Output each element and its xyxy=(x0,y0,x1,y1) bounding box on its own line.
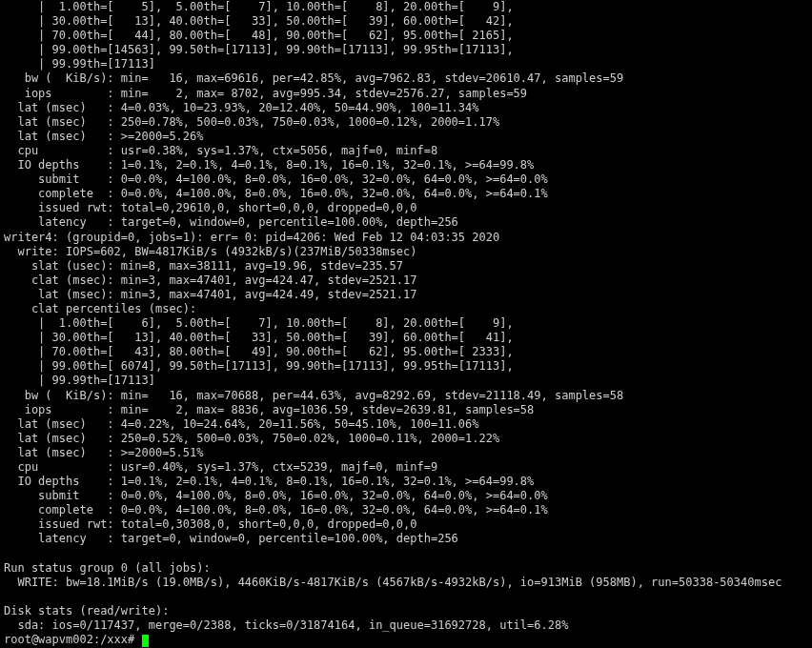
terminal-line: issued rwt: total=0,29610,0, short=0,0,0… xyxy=(4,201,808,215)
terminal-line: Run status group 0 (all jobs): xyxy=(4,561,808,576)
terminal-line: bw ( KiB/s): min= 16, max=70688, per=44.… xyxy=(4,389,808,403)
terminal-line: latency : target=0, window=0, percentile… xyxy=(4,215,808,230)
terminal-line: Disk stats (read/write): xyxy=(4,604,808,618)
terminal-line: IO depths : 1=0.1%, 2=0.1%, 4=0.1%, 8=0.… xyxy=(4,475,808,489)
terminal-line: WRITE: bw=18.1MiB/s (19.0MB/s), 4460KiB/… xyxy=(4,576,808,590)
cursor-icon xyxy=(142,635,149,647)
terminal-line: iops : min= 2, max= 8836, avg=1036.59, s… xyxy=(4,403,808,417)
terminal-line: submit : 0=0.0%, 4=100.0%, 8=0.0%, 16=0.… xyxy=(4,489,808,503)
terminal-line: | 1.00th=[ 5], 5.00th=[ 7], 10.00th=[ 8]… xyxy=(4,0,808,14)
terminal-line: | 99.00th=[ 6074], 99.50th=[17113], 99.9… xyxy=(4,359,808,374)
terminal-line xyxy=(4,590,808,604)
terminal-line: lat (msec) : 250=0.52%, 500=0.03%, 750=0… xyxy=(4,432,808,446)
terminal-line: iops : min= 2, max= 8702, avg=995.34, st… xyxy=(4,87,808,101)
terminal-line: cpu : usr=0.40%, sys=1.37%, ctx=5239, ma… xyxy=(4,460,808,475)
terminal-line: IO depths : 1=0.1%, 2=0.1%, 4=0.1%, 8=0.… xyxy=(4,158,808,172)
terminal-line: | 1.00th=[ 6], 5.00th=[ 7], 10.00th=[ 8]… xyxy=(4,316,808,331)
terminal-line: clat (msec): min=3, max=47401, avg=424.4… xyxy=(4,273,808,288)
terminal-line: | 99.99th=[17113] xyxy=(4,374,808,388)
terminal-prompt: root@wapvm002:/xxx# xyxy=(4,633,142,646)
terminal-line: | 30.00th=[ 13], 40.00th=[ 33], 50.00th=… xyxy=(4,331,808,345)
terminal-line: lat (msec) : 4=0.03%, 10=23.93%, 20=12.4… xyxy=(4,101,808,115)
terminal-line: complete : 0=0.0%, 4=100.0%, 8=0.0%, 16=… xyxy=(4,187,808,201)
terminal-line: write: IOPS=602, BW=4817KiB/s (4932kB/s)… xyxy=(4,245,808,259)
terminal-line: sda: ios=0/117437, merge=0/2388, ticks=0… xyxy=(4,618,808,633)
terminal-line: slat (usec): min=8, max=38111, avg=19.96… xyxy=(4,259,808,273)
terminal-line: cpu : usr=0.38%, sys=1.37%, ctx=5056, ma… xyxy=(4,144,808,158)
terminal-output: | 1.00th=[ 5], 5.00th=[ 7], 10.00th=[ 8]… xyxy=(0,0,812,647)
terminal-line: | 30.00th=[ 13], 40.00th=[ 33], 50.00th=… xyxy=(4,14,808,29)
terminal-line: latency : target=0, window=0, percentile… xyxy=(4,532,808,546)
terminal-line: complete : 0=0.0%, 4=100.0%, 8=0.0%, 16=… xyxy=(4,503,808,517)
terminal-line: clat percentiles (msec): xyxy=(4,302,808,316)
terminal-line: issued rwt: total=0,30308,0, short=0,0,0… xyxy=(4,517,808,532)
terminal-line: lat (msec) : >=2000=5.51% xyxy=(4,446,808,460)
terminal-line: lat (msec) : 250=0.78%, 500=0.03%, 750=0… xyxy=(4,115,808,130)
terminal-line: writer4: (groupid=0, jobs=1): err= 0: pi… xyxy=(4,231,808,245)
terminal-line: | 99.00th=[14563], 99.50th=[17113], 99.9… xyxy=(4,43,808,57)
terminal-line: | 99.99th=[17113] xyxy=(4,57,808,71)
terminal-prompt-line[interactable]: root@wapvm002:/xxx# xyxy=(4,633,808,647)
terminal-line: lat (msec) : >=2000=5.26% xyxy=(4,130,808,144)
terminal-line: submit : 0=0.0%, 4=100.0%, 8=0.0%, 16=0.… xyxy=(4,172,808,187)
terminal-line: | 70.00th=[ 44], 80.00th=[ 48], 90.00th=… xyxy=(4,29,808,43)
terminal-line: lat (msec): min=3, max=47401, avg=424.49… xyxy=(4,288,808,302)
terminal-line xyxy=(4,547,808,561)
terminal-line: | 70.00th=[ 43], 80.00th=[ 49], 90.00th=… xyxy=(4,345,808,359)
terminal-line: lat (msec) : 4=0.22%, 10=24.64%, 20=11.5… xyxy=(4,417,808,432)
terminal-line: bw ( KiB/s): min= 16, max=69616, per=42.… xyxy=(4,71,808,86)
